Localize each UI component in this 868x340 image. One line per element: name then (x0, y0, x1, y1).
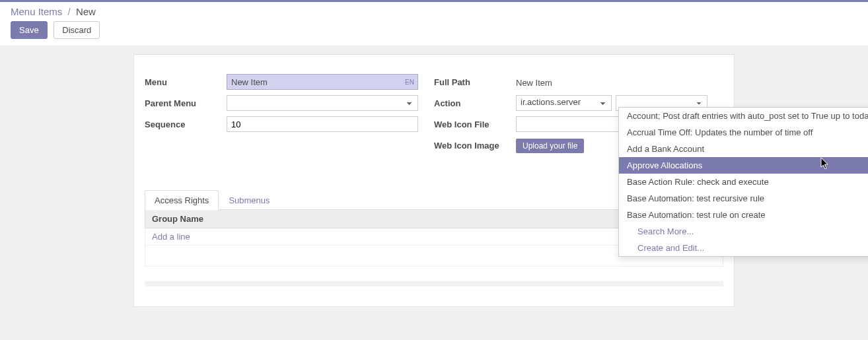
left-column: Menu EN Parent Menu Sequence (145, 73, 434, 158)
save-button[interactable]: Save (11, 21, 48, 39)
menu-label: Menu (145, 77, 227, 87)
sequence-field-row: Sequence (145, 116, 418, 133)
breadcrumb-parent[interactable]: Menu Items (11, 6, 62, 17)
breadcrumb-current: New (76, 6, 96, 17)
parent-menu-label: Parent Menu (145, 98, 227, 108)
dropdown-item[interactable]: Account; Post draft entries with auto_po… (619, 108, 868, 124)
breadcrumb: Menu Items / New (11, 6, 857, 17)
toolbar: Save Discard (11, 21, 857, 39)
tab-access-rights[interactable]: Access Rights (145, 190, 219, 210)
action-label: Action (434, 98, 516, 108)
dropdown-create-edit[interactable]: Create and Edit... (619, 240, 868, 256)
web-icon-image-label: Web Icon Image (434, 141, 516, 151)
web-icon-file-label: Web Icon File (434, 119, 516, 129)
parent-menu-field-row: Parent Menu (145, 94, 418, 112)
header: Menu Items / New Save Discard (0, 2, 868, 46)
menu-field-row: Menu EN (145, 73, 418, 90)
breadcrumb-separator: / (68, 6, 71, 17)
dropdown-item[interactable]: Base Automation: test recursive rule (619, 190, 868, 207)
dropdown-item[interactable]: Base Automation: test rule on create (619, 207, 868, 223)
dropdown-item[interactable]: Accrual Time Off: Updates the number of … (619, 124, 868, 141)
dropdown-item[interactable]: Approve Allocations (619, 157, 868, 174)
tab-submenus[interactable]: Submenus (219, 190, 279, 210)
dropdown-item[interactable]: Base Action Rule: check and execute (619, 174, 868, 190)
action-type-select[interactable]: ir.actions.server (516, 95, 612, 111)
full-path-field-row: Full Path New Item (434, 73, 707, 90)
full-path-label: Full Path (434, 77, 516, 87)
dropdown-search-more[interactable]: Search More... (619, 223, 868, 240)
upload-file-button[interactable]: Upload your file (516, 139, 584, 153)
parent-menu-select[interactable] (227, 95, 418, 111)
sequence-label: Sequence (145, 119, 227, 129)
sheet-footer-strip (145, 281, 723, 287)
menu-input[interactable] (227, 74, 418, 90)
action-dropdown-menu: Account; Post draft entries with auto_po… (618, 107, 868, 257)
full-path-value: New Item (516, 76, 707, 88)
discard-button[interactable]: Discard (54, 21, 100, 39)
menu-lang-badge[interactable]: EN (405, 79, 414, 86)
dropdown-item[interactable]: Add a Bank Account (619, 141, 868, 157)
sequence-input[interactable] (227, 116, 418, 132)
